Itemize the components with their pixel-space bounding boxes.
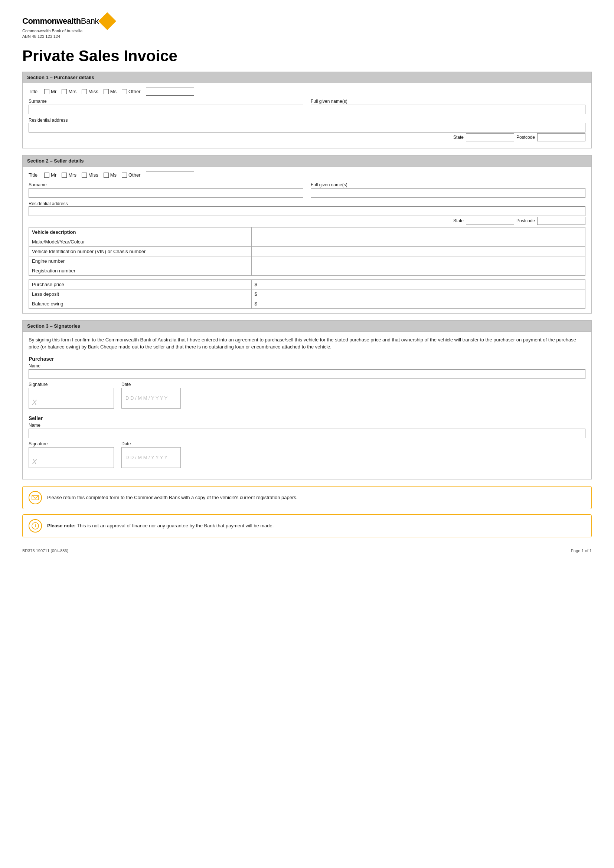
full-given-input[interactable]: [311, 105, 585, 114]
vehicle-description-value[interactable]: [251, 227, 585, 237]
checkbox-mrs-label: Mrs: [68, 89, 76, 94]
vehicle-make-input[interactable]: [251, 237, 585, 246]
s2-surname-input[interactable]: [29, 188, 303, 198]
s2-state-input[interactable]: [466, 217, 514, 225]
surname-input[interactable]: [29, 105, 303, 114]
s2-surname-col: Surname: [29, 182, 303, 198]
s2-checkbox-mr[interactable]: Mr: [44, 172, 56, 178]
vehicle-vin-input[interactable]: [251, 246, 585, 256]
svg-point-3: [35, 524, 36, 525]
s2-full-given-input[interactable]: [311, 188, 585, 198]
s2-state-postcode-row: State Postcode: [29, 216, 585, 226]
state-postcode-row: State Postcode: [29, 132, 585, 142]
checkbox-other[interactable]: Other: [122, 89, 141, 94]
section1-address: Residential address State Postcode: [29, 117, 585, 142]
logo-text: CommonwealthBank: [22, 16, 99, 26]
notice1-icon: [29, 491, 42, 504]
vehicle-header-row: Vehicle description: [29, 227, 585, 237]
purchaser-name-input[interactable]: [29, 369, 585, 379]
state-input[interactable]: [466, 133, 514, 141]
checkbox-ms-label: Ms: [110, 89, 116, 94]
vehicle-reg-label: Registration number: [29, 266, 252, 275]
s2-checkbox-ms-box[interactable]: [104, 172, 109, 178]
address-input[interactable]: [29, 123, 585, 132]
s2-checkbox-ms-label: Ms: [110, 172, 116, 178]
vehicle-engine-input[interactable]: [251, 256, 585, 266]
purchaser-group: Purchaser Name Signature X Date D D / M …: [29, 356, 585, 409]
s2-other-text-input[interactable]: [146, 171, 194, 179]
s2-checkbox-mrs-label: Mrs: [68, 172, 76, 178]
notice2-body: This is not an approval of finance nor a…: [76, 523, 274, 529]
s2-checkbox-ms[interactable]: Ms: [104, 172, 116, 178]
checkbox-miss[interactable]: Miss: [82, 89, 98, 94]
s2-checkbox-mrs[interactable]: Mrs: [62, 172, 76, 178]
s2-checkbox-miss-label: Miss: [88, 172, 98, 178]
checkbox-other-box[interactable]: [122, 89, 127, 94]
purchaser-name-label: Name: [29, 363, 585, 369]
vehicle-description-header: Vehicle description: [29, 227, 252, 237]
purchaser-sig-box[interactable]: X: [29, 388, 114, 409]
s2-postcode-input[interactable]: [537, 217, 585, 225]
state-label: State: [453, 135, 464, 140]
checkbox-ms-box[interactable]: [104, 89, 109, 94]
vehicle-row-3: Registration number: [29, 266, 585, 275]
section1-title-label: Title: [29, 89, 37, 94]
purchaser-sig-row: Signature X Date D D / M M / Y Y Y Y: [29, 382, 585, 409]
seller-title: Seller: [29, 415, 585, 421]
s2-address-input[interactable]: [29, 206, 585, 216]
seller-name-label: Name: [29, 423, 585, 428]
s2-checkbox-mrs-box[interactable]: [62, 172, 67, 178]
s2-surname-label: Surname: [29, 182, 303, 188]
s2-checkbox-miss-box[interactable]: [82, 172, 87, 178]
notice1-box: Please return this completed form to the…: [22, 486, 592, 509]
checkbox-miss-label: Miss: [88, 89, 98, 94]
postcode-input[interactable]: [537, 133, 585, 141]
seller-sig-label: Signature: [29, 441, 114, 446]
seller-sig-box[interactable]: X: [29, 447, 114, 468]
section3-header: Section 3 – Signatories: [23, 321, 591, 332]
vehicle-row-1: Vehicle Identification number (VIN) or C…: [29, 246, 585, 256]
purchaser-date-placeholder: D D / M M / Y Y Y Y: [126, 395, 167, 401]
less-deposit-label: Less deposit: [29, 289, 252, 299]
less-deposit-input[interactable]: $: [251, 289, 585, 299]
checkbox-ms[interactable]: Ms: [104, 89, 116, 94]
s2-checkbox-miss[interactable]: Miss: [82, 172, 98, 178]
seller-group: Seller Name Signature X Date D D / M M /…: [29, 415, 585, 468]
purchase-price-input[interactable]: $: [251, 279, 585, 289]
seller-name-input[interactable]: [29, 429, 585, 438]
other-text-input[interactable]: [146, 88, 194, 96]
purchaser-sig-col: Signature X: [29, 382, 114, 409]
purchase-price-label: Purchase price: [29, 279, 252, 289]
full-given-col: Full given name(s): [311, 99, 585, 114]
notice2-text: Please note: This is not an approval of …: [47, 522, 274, 530]
seller-date-placeholder: D D / M M / Y Y Y Y: [126, 454, 167, 460]
footer: BR373 190711 (004-886) Page 1 of 1: [22, 549, 592, 553]
section2-name-row: Surname Full given name(s): [29, 182, 585, 198]
seller-date-col: Date D D / M M / Y Y Y Y: [121, 441, 181, 468]
purchaser-title: Purchaser: [29, 356, 585, 362]
vehicle-vin-label: Vehicle Identification number (VIN) or C…: [29, 246, 252, 256]
section2-title-row: Title Mr Mrs Miss Ms Other: [29, 171, 585, 179]
page-title: Private Sales Invoice: [22, 47, 592, 65]
vehicle-table: Vehicle description Make/Model/Year/Colo…: [29, 227, 585, 276]
s2-checkbox-other[interactable]: Other: [122, 172, 141, 178]
vehicle-reg-input[interactable]: [251, 266, 585, 275]
checkbox-miss-box[interactable]: [82, 89, 87, 94]
checkbox-mrs[interactable]: Mrs: [62, 89, 76, 94]
checkbox-mrs-box[interactable]: [62, 89, 67, 94]
surname-label: Surname: [29, 99, 303, 104]
checkbox-mr[interactable]: Mr: [44, 89, 56, 94]
seller-date-input[interactable]: D D / M M / Y Y Y Y: [121, 447, 181, 468]
section2: Section 2 – Seller details Title Mr Mrs …: [22, 155, 592, 313]
s2-state-label: State: [453, 218, 464, 223]
section1-header: Section 1 – Purchaser details: [23, 72, 591, 83]
balance-owing-input[interactable]: $: [251, 299, 585, 308]
s2-checkbox-other-box[interactable]: [122, 172, 127, 178]
price-row-2: Balance owing $: [29, 299, 585, 308]
s2-checkbox-mr-box[interactable]: [44, 172, 50, 178]
checkbox-mr-box[interactable]: [44, 89, 50, 94]
s2-full-given-col: Full given name(s): [311, 182, 585, 198]
price-table: Purchase price $ Less deposit $ Balance …: [29, 279, 585, 309]
purchaser-date-input[interactable]: D D / M M / Y Y Y Y: [121, 388, 181, 409]
vehicle-row-0: Make/Model/Year/Colour: [29, 237, 585, 246]
